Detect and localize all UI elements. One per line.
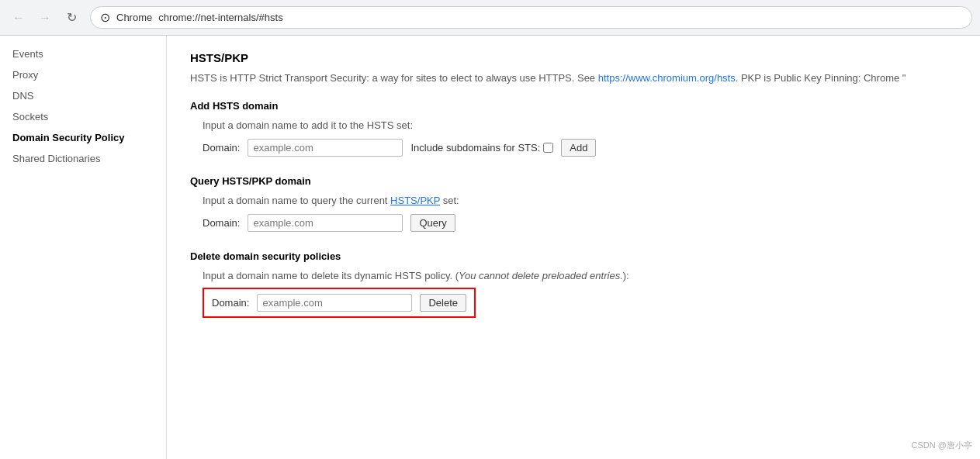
url-text: chrome://net-internals/#hsts [158, 12, 282, 23]
hsts-pkp-link[interactable]: HSTS/PKP [390, 195, 440, 206]
add-section-title: Add HSTS domain [190, 100, 957, 112]
chromium-hsts-link[interactable]: https://www.chromium.org/hsts [598, 72, 736, 84]
query-form-row: Domain: Query [190, 214, 957, 232]
browser-chrome: ← → ↻ ⊙ Chrome chrome://net-internals/#h… [0, 0, 980, 36]
query-hsts-section: Query HSTS/PKP domain Input a domain nam… [190, 175, 957, 232]
delete-section-title: Delete domain security policies [190, 250, 957, 262]
sidebar-item-events[interactable]: Events [0, 43, 166, 64]
page-title: HSTS/PKP [190, 51, 957, 64]
add-hsts-section: Add HSTS domain Input a domain name to a… [190, 100, 957, 157]
hsts-description: HSTS is HTTP Strict Transport Security: … [190, 71, 957, 86]
watermark: CSDN @唐小亭 [912, 440, 972, 451]
delete-form-wrapper: Domain: Delete [203, 288, 476, 318]
query-button[interactable]: Query [410, 214, 455, 232]
query-domain-input[interactable] [248, 214, 403, 232]
address-bar[interactable]: ⊙ Chrome chrome://net-internals/#hsts [90, 6, 972, 29]
subdomain-checkbox[interactable] [543, 143, 553, 153]
nav-buttons: ← → ↻ [8, 7, 82, 29]
query-domain-label: Domain: [203, 217, 240, 229]
add-button[interactable]: Add [561, 139, 596, 157]
chrome-logo-icon: ⊙ [100, 10, 110, 25]
page-layout: Events Proxy DNS Sockets Domain Security… [0, 36, 980, 459]
query-instruction: Input a domain name to query the current… [190, 195, 957, 206]
delete-button[interactable]: Delete [420, 294, 466, 312]
add-domain-label: Domain: [203, 142, 240, 154]
add-form-row: Domain: Include subdomains for STS: Add [190, 139, 957, 157]
main-content: HSTS/PKP HSTS is HTTP Strict Transport S… [167, 36, 980, 459]
sidebar-item-shared-dictionaries[interactable]: Shared Dictionaries [0, 148, 166, 169]
reload-button[interactable]: ↻ [61, 7, 82, 29]
subdomain-checkbox-label: Include subdomains for STS: [410, 142, 553, 154]
add-instruction: Input a domain name to add it to the HST… [190, 119, 957, 131]
add-domain-input[interactable] [248, 139, 403, 157]
back-button[interactable]: ← [8, 7, 29, 29]
site-name: Chrome [116, 12, 152, 23]
delete-domain-input[interactable] [257, 294, 412, 312]
delete-domain-label: Domain: [212, 297, 249, 309]
sidebar-item-sockets[interactable]: Sockets [0, 106, 166, 127]
sidebar-item-dns[interactable]: DNS [0, 85, 166, 106]
delete-instruction: Input a domain name to delete its dynami… [190, 270, 957, 281]
sidebar-item-domain-security-policy[interactable]: Domain Security Policy [0, 127, 166, 148]
sidebar: Events Proxy DNS Sockets Domain Security… [0, 36, 167, 459]
forward-button[interactable]: → [34, 7, 56, 29]
sidebar-item-proxy[interactable]: Proxy [0, 64, 166, 85]
query-section-title: Query HSTS/PKP domain [190, 175, 957, 187]
delete-hsts-section: Delete domain security policies Input a … [190, 250, 957, 318]
